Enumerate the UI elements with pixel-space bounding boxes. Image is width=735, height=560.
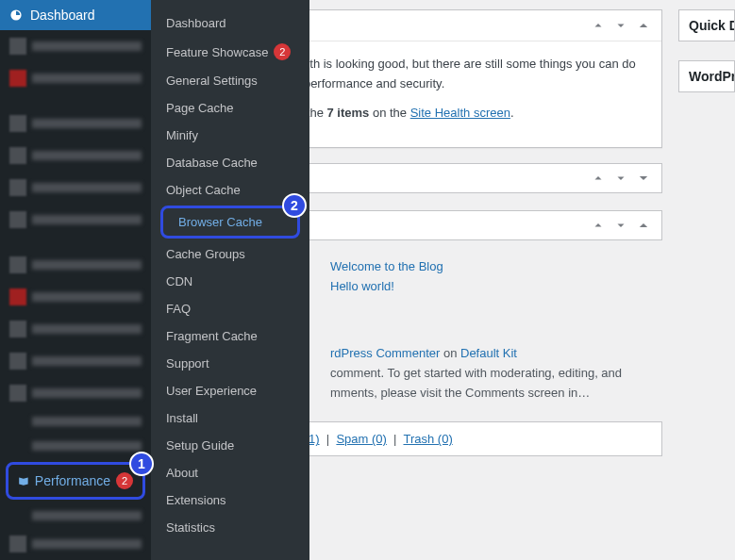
submenu-item-feature-showcase[interactable]: Feature Showcase2 xyxy=(151,37,309,67)
submenu-item-about[interactable]: About xyxy=(151,459,309,486)
callout-badge-1: 1 xyxy=(129,452,154,476)
commenter-link[interactable]: rdPress Commenter xyxy=(330,346,440,360)
submenu-item-extensions[interactable]: Extensions xyxy=(151,486,309,514)
caret-up-icon[interactable] xyxy=(637,19,650,32)
submenu-item-user-experience[interactable]: User Experience xyxy=(151,377,309,404)
submenu-item-general-settings[interactable]: General Settings xyxy=(151,67,309,94)
sidebar-item-blur[interactable] xyxy=(0,409,151,434)
submenu-item-faq[interactable]: FAQ xyxy=(151,295,309,322)
submenu-item-page-cache[interactable]: Page Cache xyxy=(151,94,309,122)
caret-up-icon[interactable] xyxy=(637,219,650,232)
sidebar-item-blur[interactable] xyxy=(0,434,151,458)
submenu-item-database-cache[interactable]: Database Cache xyxy=(151,149,309,176)
recent-comment: rdPress Commenter on Default Kit comment… xyxy=(330,344,660,403)
sidebar-item-blur[interactable] xyxy=(0,313,151,345)
performance-icon xyxy=(18,474,29,487)
sidebar-item-blur[interactable] xyxy=(0,204,151,236)
mod-spam[interactable]: Spam (0) xyxy=(336,432,386,446)
callout-badge-2: 2 xyxy=(282,193,307,218)
recent-post-link[interactable]: Welcome to the Blog xyxy=(330,259,443,273)
sidebar-dashboard-label: Dashboard xyxy=(30,8,95,23)
submenu-item-browser-cache[interactable]: Browser Cache2 xyxy=(160,206,300,239)
sidebar-item-blur[interactable] xyxy=(0,172,151,204)
submenu-item-setup-guide[interactable]: Setup Guide xyxy=(151,432,309,459)
sidebar-item-blur[interactable] xyxy=(0,249,151,281)
submenu-item-minify[interactable]: Minify xyxy=(151,122,309,149)
admin-sidebar: Dashboard Performance 2 1 xyxy=(0,0,151,560)
sidebar-item-blur[interactable] xyxy=(0,107,151,140)
sidebar-item-blur[interactable] xyxy=(0,140,151,172)
site-health-link[interactable]: Site Health screen xyxy=(410,106,510,120)
mod-trash[interactable]: Trash (0) xyxy=(403,432,452,446)
chevron-up-icon[interactable] xyxy=(592,219,605,232)
sidebar-item-blur[interactable] xyxy=(0,377,151,409)
submenu-item-install[interactable]: Install xyxy=(151,404,309,432)
comment-excerpt: mments, please visit the Comments screen… xyxy=(330,386,590,400)
dashboard-icon xyxy=(9,8,23,22)
quick-draft-box[interactable]: Quick D xyxy=(678,9,735,41)
sidebar-item-blur[interactable] xyxy=(0,281,151,313)
sidebar-item-dashboard[interactable]: Dashboard xyxy=(0,0,151,30)
wordpress-news-box[interactable]: WordPre xyxy=(678,60,735,92)
submenu-item-statistics[interactable]: Statistics xyxy=(151,514,309,541)
performance-submenu: DashboardFeature Showcase2General Settin… xyxy=(151,0,309,560)
sidebar-item-performance[interactable]: Performance 2 1 xyxy=(6,462,145,500)
right-column: Quick D WordPre xyxy=(678,9,735,111)
submenu-badge: 2 xyxy=(274,43,291,60)
sidebar-item-blur[interactable] xyxy=(0,30,151,62)
comment-excerpt: comment. To get started with moderating,… xyxy=(330,366,622,380)
recent-posts: Welcome to the Blog Hello world! xyxy=(330,257,660,297)
performance-badge: 2 xyxy=(116,472,133,489)
chevron-up-icon[interactable] xyxy=(592,19,605,32)
sidebar-item-blur[interactable] xyxy=(0,503,151,528)
submenu-item-support[interactable]: Support xyxy=(151,350,309,377)
submenu-item-cdn[interactable]: CDN xyxy=(151,268,309,295)
submenu-item-dashboard[interactable]: Dashboard xyxy=(151,9,309,37)
submenu-item-fragment-cache[interactable]: Fragment Cache xyxy=(151,322,309,350)
recent-post-link[interactable]: Hello world! xyxy=(330,279,394,293)
sidebar-item-blur[interactable] xyxy=(0,528,151,560)
sidebar-performance-label: Performance xyxy=(35,473,110,488)
comment-post-link[interactable]: Default Kit xyxy=(460,346,517,360)
chevron-down-icon[interactable] xyxy=(614,19,627,32)
chevron-down-icon[interactable] xyxy=(614,172,627,185)
sidebar-item-blur[interactable] xyxy=(0,62,151,94)
caret-down-icon[interactable] xyxy=(637,172,650,185)
submenu-item-cache-groups[interactable]: Cache Groups xyxy=(151,240,309,268)
sidebar-item-blur[interactable] xyxy=(0,345,151,377)
chevron-down-icon[interactable] xyxy=(614,219,627,232)
chevron-up-icon[interactable] xyxy=(592,172,605,185)
